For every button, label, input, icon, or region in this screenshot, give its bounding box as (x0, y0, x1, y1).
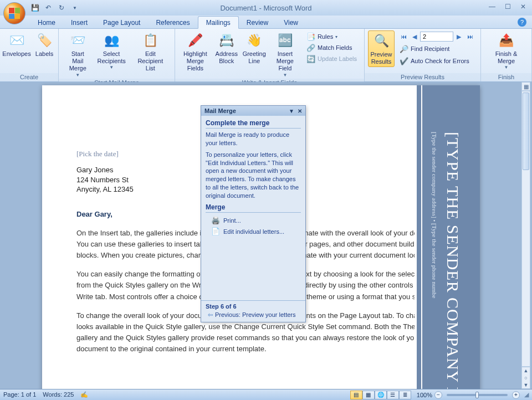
greeting-line-label: Greeting Line (243, 50, 266, 65)
preview-icon: 🔍 (372, 32, 390, 50)
vertical-scrollbar[interactable] (521, 91, 530, 367)
zoom-in-button[interactable]: + (512, 391, 520, 399)
envelopes-label: Envelopes (2, 50, 30, 58)
taskpane-menu-icon[interactable]: ▼ (289, 108, 294, 114)
help-icon[interactable]: ? (518, 18, 526, 27)
chevron-down-icon: ▼ (283, 73, 287, 78)
prev-page-button[interactable]: ▲ (522, 367, 530, 375)
proofing-icon[interactable]: ✍️ (80, 391, 88, 398)
find-recipient-button[interactable]: 🔎Find Recipient (398, 44, 475, 54)
preview-results-button[interactable]: 🔍 Preview Results (368, 30, 395, 67)
view-buttons: ▤ ▦ 🌐 ☰ ≣ (350, 391, 411, 399)
full-screen-view-button[interactable]: ▦ (362, 391, 375, 399)
letterhead-sidebar: [TYPE THE SENDER COMPANY NA [Type the se… (415, 85, 480, 400)
wizard-previous-label: Previous: Preview your letters (215, 311, 296, 318)
taskpane-titlebar[interactable]: Mail Merge ▼ ✕ (201, 106, 305, 116)
taskpane-title: Mail Merge (204, 107, 236, 114)
document-icon: 📄 (211, 227, 220, 236)
mail-merge-icon: 📨 (69, 32, 86, 49)
tab-insert[interactable]: Insert (63, 17, 95, 28)
wizard-previous-link[interactable]: ⇦ Previous: Preview your letters (206, 311, 301, 319)
wizard-step-indicator: Step 6 of 6 (206, 303, 301, 310)
greeting-line-button[interactable]: 👋 Greeting Line (241, 30, 268, 66)
qat-dropdown-icon[interactable]: ▼ (70, 3, 80, 13)
last-record-button[interactable]: ⏭ (464, 32, 475, 42)
browse-object-controls: ▲ ○ ▼ (521, 367, 530, 389)
browse-object-button[interactable]: ○ (522, 375, 530, 382)
maximize-button[interactable]: ☐ (502, 2, 513, 11)
printer-icon: 🖨️ (211, 216, 220, 225)
finish-merge-button[interactable]: 📤 Finish & Merge ▼ (492, 30, 521, 71)
insert-merge-field-button[interactable]: 🔤 Insert Merge Field ▼ (269, 30, 301, 79)
labels-label: Labels (35, 50, 53, 58)
edit-list-icon: 📋 (141, 32, 159, 49)
start-mail-merge-label: Start Mail Merge (65, 50, 90, 73)
ribbon: ✉️ Envelopes 🏷️ Labels Create 📨 Start Ma… (0, 29, 532, 82)
print-link[interactable]: 🖨️ Print... (206, 215, 301, 226)
envelopes-button[interactable]: ✉️ Envelopes (3, 30, 30, 59)
select-recipients-button[interactable]: 👥 Select Recipients ▼ (95, 30, 129, 71)
first-record-button[interactable]: ⏮ (398, 32, 409, 42)
print-layout-view-button[interactable]: ▤ (350, 391, 362, 399)
edit-recipient-list-label: Edit Recipient List (133, 50, 168, 73)
tab-page-layout[interactable]: Page Layout (95, 17, 148, 28)
taskpane-close-icon[interactable]: ✕ (298, 108, 302, 114)
preview-results-label: Preview Results (370, 51, 392, 65)
next-page-button[interactable]: ▼ (522, 381, 530, 388)
group-label-preview: Preview Results (365, 73, 480, 81)
highlight-merge-fields-button[interactable]: 🖍️ Highlight Merge Fields (178, 30, 212, 74)
window-title: Document1 - Microsoft Word (0, 4, 532, 12)
edit-recipient-list-button[interactable]: 📋 Edit Recipient List (130, 30, 171, 74)
prev-record-button[interactable]: ◀ (409, 32, 420, 42)
zoom-slider-thumb[interactable] (475, 392, 479, 398)
find-icon: 🔎 (400, 44, 408, 53)
merge-field-icon: 🔤 (276, 32, 294, 49)
finish-icon: 📤 (498, 32, 515, 49)
chevron-down-icon: ▾ (335, 34, 337, 39)
arrow-left-icon: ⇦ (208, 311, 213, 319)
tab-view[interactable]: View (276, 17, 306, 28)
tab-home[interactable]: Home (30, 17, 63, 28)
match-fields-button[interactable]: 🔗Match Fields (305, 43, 359, 53)
group-label-finish: Finish (481, 73, 531, 81)
close-button[interactable]: ✕ (518, 2, 529, 11)
edit-individual-letters-link[interactable]: 📄 Edit individual letters... (206, 226, 301, 237)
minimize-button[interactable]: — (487, 2, 498, 11)
chevron-down-icon: ▼ (504, 65, 509, 70)
start-mail-merge-button[interactable]: 📨 Start Mail Merge ▼ (62, 30, 94, 79)
resize-grip-icon[interactable]: ◢ (524, 391, 529, 398)
redo-icon[interactable]: ↻ (57, 3, 66, 13)
next-record-button[interactable]: ▶ (453, 32, 464, 42)
sender-company-address[interactable]: [Type the sender company address] • [Typ… (431, 132, 438, 298)
word-count[interactable]: Words: 225 (43, 391, 74, 398)
office-button[interactable] (3, 2, 25, 24)
page-indicator[interactable]: Page: 1 of 1 (3, 391, 36, 398)
address-block-button[interactable]: 📇 Address Block (213, 30, 240, 66)
zoom-slider[interactable] (447, 394, 508, 396)
tab-mailings[interactable]: Mailings (198, 16, 239, 29)
rules-button[interactable]: 📑Rules ▾ (305, 32, 359, 42)
status-bar: Page: 1 of 1 Words: 225 ✍️ ▤ ▦ 🌐 ☰ ≣ 100… (0, 389, 532, 400)
match-fields-label: Match Fields (318, 44, 352, 51)
scrollbar-thumb[interactable] (523, 93, 529, 170)
draft-view-button[interactable]: ≣ (399, 391, 411, 399)
highlight-merge-label: Highlight Merge Fields (182, 50, 209, 73)
greeting-icon: 👋 (245, 32, 263, 49)
save-icon[interactable]: 💾 (30, 3, 40, 13)
zoom-level[interactable]: 100% (417, 392, 432, 398)
outline-view-button[interactable]: ☰ (387, 391, 399, 399)
chevron-down-icon: ▼ (75, 73, 80, 78)
tab-review[interactable]: Review (239, 17, 276, 28)
undo-icon[interactable]: ↶ (43, 3, 53, 13)
sender-company-name[interactable]: [TYPE THE SENDER COMPANY NA (443, 132, 462, 400)
record-number-input[interactable] (420, 32, 453, 42)
labels-button[interactable]: 🏷️ Labels (31, 30, 58, 59)
ruler-toggle[interactable]: ▦ (521, 82, 530, 91)
tab-references[interactable]: References (148, 17, 197, 28)
auto-check-label: Auto Check for Errors (411, 58, 469, 64)
find-recipient-label: Find Recipient (411, 45, 449, 52)
zoom-out-button[interactable]: − (434, 391, 442, 399)
web-layout-view-button[interactable]: 🌐 (375, 391, 387, 399)
auto-check-errors-button[interactable]: ✔️Auto Check for Errors (398, 56, 475, 66)
check-icon: ✔️ (400, 57, 408, 65)
